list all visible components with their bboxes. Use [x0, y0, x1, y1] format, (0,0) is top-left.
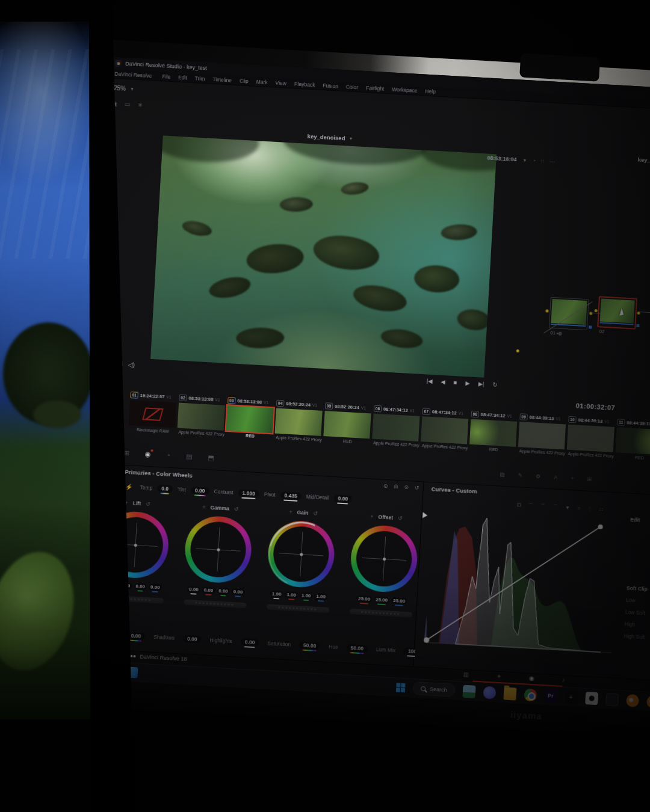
menu-file[interactable]: File [162, 73, 170, 80]
levels-icon[interactable]: ılı [394, 484, 398, 490]
clip-thumbnail[interactable] [518, 422, 566, 449]
fusion-page-icon[interactable]: ✶ [497, 673, 502, 680]
curve-bezier-icon[interactable]: ⌒ [552, 504, 558, 511]
menu-timeline[interactable]: Timeline [212, 76, 232, 83]
control-value[interactable]: 50.00 [346, 644, 368, 653]
color-wheel-control[interactable] [266, 519, 336, 589]
text-icon[interactable]: A [554, 475, 558, 481]
clip-thumbnail[interactable] [372, 414, 419, 441]
timeline-clip-01[interactable]: 0119:24:22:07V1Blackmagic RAW [128, 390, 179, 434]
clip-thumbnail[interactable] [226, 405, 274, 433]
shot-match-icon[interactable]: ▨ [500, 472, 505, 478]
viewer-video[interactable] [150, 135, 497, 377]
timeline-clip-11[interactable]: 1108:44:39:13V1RED [615, 417, 650, 461]
viewer-zoom-select[interactable]: 25% ▼ [114, 85, 135, 93]
chrome-icon[interactable] [524, 688, 537, 701]
clip-thumbnail[interactable] [178, 403, 225, 431]
clip-thumbnail[interactable] [129, 400, 176, 428]
wheel-value[interactable]: 1.00 [270, 591, 283, 598]
wheel-value[interactable]: 1.00 [285, 591, 298, 598]
camera-app-icon[interactable] [585, 692, 598, 705]
node-key-square[interactable] [589, 325, 592, 328]
menu-fairlight[interactable]: Fairlight [366, 85, 385, 92]
chat-app-icon[interactable] [483, 686, 496, 699]
node-key-square[interactable] [636, 324, 639, 327]
master-wheel-slider[interactable] [184, 600, 246, 609]
target-icon[interactable]: ⊙ [383, 483, 388, 489]
control-value[interactable]: 50.00 [299, 641, 321, 650]
menu-edit[interactable]: Edit [178, 74, 187, 81]
timeline-clip-07[interactable]: 0708:47:34:12V1Apple ProRes 422 Proxy [421, 407, 472, 450]
curve-bezier-icon[interactable]: ⌒ [540, 503, 546, 510]
color-wheels-tab[interactable]: ◉ [144, 451, 150, 459]
reset-icon[interactable]: ↺ [313, 510, 318, 516]
timeline-clip-10[interactable]: 1008:44:39:13V1Apple ProRes 422 Proxy [566, 415, 618, 458]
pen-icon[interactable]: ✎ [518, 472, 522, 478]
app-monogram-icon[interactable]: ≡ [565, 691, 578, 704]
clip-thumbnail[interactable] [421, 416, 468, 444]
timeline-clip-06[interactable]: 0608:47:34:12V1Apple ProRes 422 Proxy [372, 404, 423, 448]
chevron-down-icon[interactable]: ▼ [565, 505, 571, 512]
master-wheel-slider[interactable] [350, 609, 412, 618]
blender-icon[interactable] [626, 694, 639, 707]
circle-icon[interactable]: ○ [577, 505, 581, 512]
menu-view[interactable]: View [275, 79, 286, 86]
node-input-dot[interactable] [545, 309, 548, 312]
menu-mark[interactable]: Mark [256, 78, 268, 85]
reset-icon[interactable]: ↺ [234, 506, 239, 512]
zoom-icon[interactable]: ⊙ [404, 484, 409, 490]
timeline-clip-02[interactable]: 0208:53:13:08V1Apple ProRes 422 Proxy [177, 393, 228, 437]
play-icon[interactable]: ▶ [465, 380, 470, 386]
clip-thumbnail[interactable] [274, 408, 322, 436]
menu-trim[interactable]: Trim [195, 75, 205, 82]
menu-help[interactable]: Help [425, 88, 436, 94]
motion-effects-tab[interactable]: ⬒ [208, 454, 214, 462]
rgb-mixer-tab[interactable]: ▤ [186, 452, 193, 461]
chevron-down-icon[interactable]: ▼ [522, 158, 527, 162]
taskbar-search[interactable]: Search [413, 681, 456, 697]
timeline-clip-03[interactable]: 0308:53:13:08V1RED [226, 396, 277, 439]
windows-start-icon[interactable] [396, 683, 406, 692]
fairlight-page-icon[interactable]: ♪ [562, 677, 566, 683]
clip-thumbnail[interactable] [616, 427, 650, 455]
reset-icon[interactable]: ↺ [146, 501, 150, 507]
timeline-clip-09[interactable]: 0908:44:39:13V1Apple ProRes 422 Proxy [518, 412, 569, 455]
wheel-value[interactable]: 1.00 [314, 593, 327, 600]
control-value[interactable]: 0.00 [191, 487, 209, 495]
control-value[interactable]: 0.00 [241, 638, 259, 647]
wheel-value[interactable]: 0.00 [134, 583, 147, 590]
next-clip-icon[interactable]: ▶| [478, 380, 484, 387]
reset-icon[interactable]: ↺ [398, 515, 403, 521]
color-page-icon[interactable]: ◉ [529, 675, 534, 681]
menu-clip[interactable]: Clip [240, 78, 249, 84]
grid-icon[interactable]: ∷ [599, 506, 603, 514]
diamond-icon[interactable]: ♢ [587, 506, 592, 513]
wheel-center-dot[interactable] [300, 553, 303, 556]
wheel-center-dot[interactable] [382, 557, 385, 560]
highlight-icon[interactable]: ◔ [533, 158, 536, 163]
grid-icon[interactable]: ⊞ [587, 476, 592, 482]
master-wheel-slider[interactable] [267, 604, 329, 613]
control-value[interactable]: 0.435 [280, 491, 302, 500]
color-wheel-control[interactable] [184, 515, 253, 585]
menu-color[interactable]: Color [345, 84, 358, 90]
source-dot[interactable] [516, 349, 519, 352]
blender-icon[interactable] [646, 695, 650, 708]
menu-workspace[interactable]: Workspace [392, 86, 418, 93]
wheel-value[interactable]: 0.00 [187, 586, 200, 593]
wheel-value[interactable]: 25.00 [391, 597, 407, 604]
curve-graph[interactable] [420, 509, 626, 657]
edit-page-icon[interactable]: ▥ [463, 671, 469, 678]
gallery-icon[interactable]: ▭ [125, 101, 131, 108]
desktop-preview-icon[interactable] [462, 684, 475, 698]
menu-davinci-resolve[interactable]: DaVinci Resolve [114, 70, 152, 78]
stop-icon[interactable]: ■ [453, 379, 457, 386]
crosshair-icon[interactable]: + [571, 475, 574, 481]
premiere-pro-icon[interactable]: Pr [544, 689, 557, 703]
wheel-value[interactable]: 0.00 [217, 588, 230, 595]
picker-icon[interactable]: ⚡ [125, 483, 133, 490]
grid-icon[interactable]: ∷ [541, 158, 545, 164]
loop-icon[interactable]: ↻ [492, 381, 498, 388]
hdr-wheels-tab[interactable]: ◔ [166, 452, 170, 460]
node-02[interactable]: 02 [597, 296, 637, 329]
